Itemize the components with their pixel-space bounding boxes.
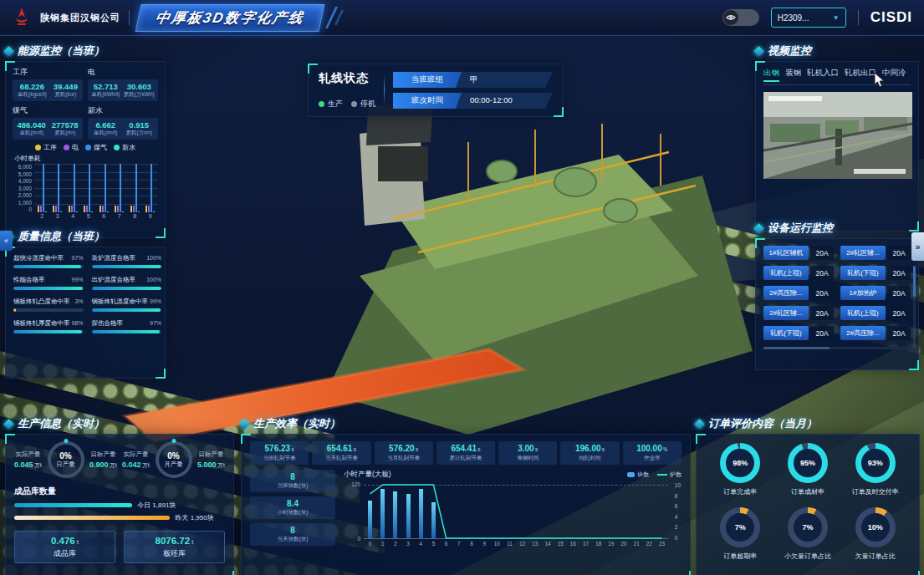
video-tab[interactable]: 中间冷 xyxy=(882,68,906,81)
status-legend-item: 停机 xyxy=(351,99,375,109)
stat-unit: s xyxy=(602,446,605,452)
video-feed[interactable] xyxy=(763,92,912,179)
stock-bar-label: 今日 1,891块 xyxy=(137,501,176,510)
video-tab[interactable]: 装钢 xyxy=(785,68,801,81)
brand-logo: CISDI xyxy=(870,9,912,26)
equipment-row[interactable]: 2#轧区辅...20A xyxy=(840,246,911,260)
x-tick: 16 xyxy=(567,541,579,547)
metric-pair: 486.040单耗(m³/t) xyxy=(17,120,45,137)
stat-unit: % xyxy=(663,446,668,452)
bar xyxy=(145,206,147,212)
stock-bar: 昨天 1,950块 xyxy=(14,511,225,524)
stat-label: 作业率 xyxy=(624,455,681,462)
metric-pair: 39.449累耗(tce) xyxy=(54,82,78,99)
diamond-icon xyxy=(753,223,764,234)
equipment-value: 20A xyxy=(810,306,834,320)
energy-metric-name: 煤气 xyxy=(13,105,83,116)
equipment-row[interactable]: 轧机(下辊)20A xyxy=(763,326,834,340)
quality-value: 98% xyxy=(72,320,84,326)
bar xyxy=(120,164,121,212)
decor-stripe xyxy=(334,10,344,25)
stat-unit: s xyxy=(416,446,419,452)
efficiency-stat: 576.23s当班轧制节奏 xyxy=(250,441,309,465)
energy-panel: 工序68.226单耗(kgce/t)39.449累耗(tce)电52.713单耗… xyxy=(5,61,166,238)
progress-track xyxy=(92,308,162,312)
stat-unit: s xyxy=(291,446,294,452)
metric-pair: 52.713单耗(kWh/t) xyxy=(91,82,120,99)
line-status-title: 轧线状态 xyxy=(319,71,375,86)
gauge-percent: 0% xyxy=(59,451,71,461)
gauge-target-unit: 万t xyxy=(217,462,225,468)
video-tab[interactable]: 出钢 xyxy=(763,68,779,81)
status-legend-label: 生产 xyxy=(328,99,343,109)
order-gauge: 93%订单及时交付率 xyxy=(841,443,909,496)
y-tick: 4,000 xyxy=(13,178,32,184)
stat-label: 纯轧时间 xyxy=(561,455,618,462)
status-row-value: 00:00-12:00 xyxy=(462,93,524,109)
metric-value: 0.915 xyxy=(126,120,152,130)
equipment-value: 20A xyxy=(887,326,911,340)
x-tick: 17 xyxy=(579,541,592,547)
bar xyxy=(115,206,116,212)
video-panel: 出钢装钢轧机入口轧机出口中间冷电动热… xyxy=(755,61,919,232)
equipment-row[interactable]: 1#加热炉20A xyxy=(840,286,911,300)
efficiency-title: 生产效率（实时） xyxy=(253,416,340,431)
equipment-row[interactable]: 1#轧区辅机20A xyxy=(763,246,834,260)
warehouse-unit: t xyxy=(191,539,193,545)
video-tab[interactable]: 轧机入口 xyxy=(807,68,839,81)
equipment-row[interactable]: 2#高压除...20A xyxy=(840,326,911,340)
metric-value: 68.226 xyxy=(18,82,47,91)
gauge-actual-unit: 万t xyxy=(33,462,42,468)
bar xyxy=(45,211,47,212)
bar xyxy=(133,206,135,212)
bar xyxy=(105,164,106,212)
video-tab[interactable]: 轧机出口 xyxy=(845,68,876,81)
equipment-row[interactable]: 轧机(上辊)20A xyxy=(763,266,834,280)
scrollbar-thumb[interactable] xyxy=(913,266,916,297)
mouse-cursor xyxy=(874,72,885,91)
y-tick: 2,000 xyxy=(13,192,32,198)
x-tick: 13 xyxy=(528,541,541,547)
heat-number-select[interactable]: H2309... ▼ xyxy=(771,8,846,28)
energy-metric-box: 52.713单耗(kWh/t)30.603累耗(万kWh) xyxy=(88,79,158,101)
x-tick: 2 xyxy=(389,541,401,547)
bar-group xyxy=(130,164,140,212)
progress-track xyxy=(13,287,84,290)
equipment-row[interactable]: 轧机(下辊)20A xyxy=(840,266,911,280)
energy-metric: 煤气486.040单耗(m³/t)277578累耗(m³) xyxy=(13,105,83,140)
panel-collapse-right[interactable]: » xyxy=(911,232,924,261)
decor-stripe xyxy=(325,7,338,28)
side-stat-label: 小时块数(块) xyxy=(252,509,334,516)
visibility-toggle[interactable] xyxy=(722,9,759,26)
equipment-row[interactable]: 2#轧区辅...20A xyxy=(763,306,834,320)
bar xyxy=(86,206,88,212)
quality-item: 装炉温度合格率100% xyxy=(92,254,162,268)
stock-title: 成品库数量 xyxy=(14,486,225,497)
equipment-label: 轧机(上辊) xyxy=(763,266,809,280)
order-gauge: 10%欠量订单占比 xyxy=(841,507,909,561)
status-dot xyxy=(319,101,324,107)
right-axis-ticks: 1086420 xyxy=(675,482,681,541)
status-row-label: 班次时间 xyxy=(393,93,462,109)
progress-track xyxy=(13,265,84,268)
side-stat-label: 当班块数(块) xyxy=(252,482,334,490)
equipment-row[interactable]: 2#高压除...20A xyxy=(763,286,834,300)
metric-pair: 0.915累耗(万m³) xyxy=(126,120,152,137)
legend-item: 块数 xyxy=(627,471,649,479)
quality-label-row: 超快冷温度命中率97% xyxy=(13,254,84,262)
scrollbar[interactable] xyxy=(913,266,916,348)
metric-value: 486.040 xyxy=(17,120,45,130)
energy-metric-box: 6.662单耗(m³/t)0.915累耗(万m³) xyxy=(88,118,158,140)
quality-label: 探伤合格率 xyxy=(92,319,124,328)
equipment-row[interactable]: 轧机(上辊)20A xyxy=(840,306,911,320)
left-axis-max: 120 xyxy=(345,481,360,487)
panel-collapse-left[interactable]: « xyxy=(0,231,13,251)
x-tick: 9 xyxy=(149,213,152,219)
equipment-pager[interactable] xyxy=(763,347,911,349)
energy-x-axis: 23456789 xyxy=(34,213,158,219)
bar xyxy=(58,164,59,212)
bar-group xyxy=(84,164,93,212)
gauge-target-label: 目标产量 xyxy=(197,450,225,459)
x-tick: 21 xyxy=(630,541,643,547)
order-gauge-label: 小欠量订单占比 xyxy=(784,552,831,561)
